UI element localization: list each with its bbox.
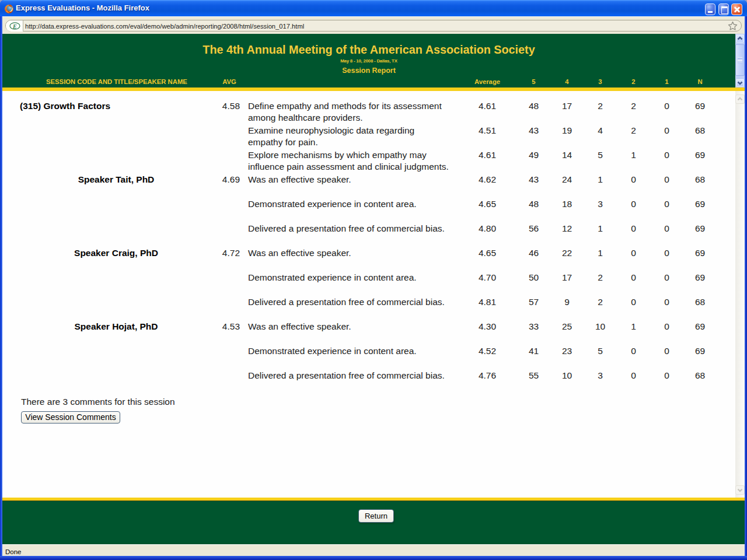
svg-text:E: E: [12, 23, 17, 29]
